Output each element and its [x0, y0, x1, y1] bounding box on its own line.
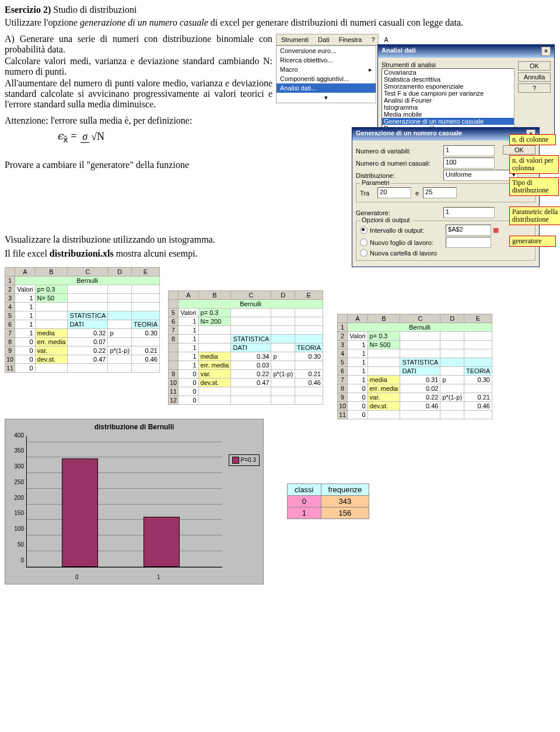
fieldset-params: Parametri Tra 20 e 25 — [356, 183, 536, 202]
analysis-title: Analisi dati — [382, 47, 416, 56]
ytick: 50 — [8, 541, 24, 548]
input-vars[interactable]: 1 — [443, 145, 495, 156]
file-outro: mostra alcuni esempi. — [114, 248, 198, 258]
analysis-label: Strumenti di analisi — [382, 61, 514, 68]
tool-covarianza[interactable]: Covarianza — [382, 69, 514, 76]
label-gen: Generatore: — [356, 209, 443, 216]
menu-a[interactable]: A — [381, 36, 392, 44]
tool-media-mobile[interactable]: Media mobile — [382, 111, 514, 118]
xtick-0: 0 — [75, 574, 79, 580]
freq-r1c2: 343 — [321, 496, 369, 507]
ytick: 100 — [8, 526, 24, 532]
menu-more-icon[interactable]: ▾ — [276, 93, 376, 103]
ytick: 350 — [8, 447, 24, 454]
callout-valori: n. di valori per colonna — [509, 155, 559, 174]
label-vars: Numero di variabili: — [356, 148, 443, 155]
analysis-listbox[interactable]: Covarianza Statistica descrittiva Smorza… — [382, 68, 514, 134]
legend-params: Parametri — [360, 179, 391, 186]
excel-snippet-200: ABCDE Bernulli 5Valorip= 0.3 61N= 200 71… — [168, 290, 323, 405]
label-cartella: Nuova cartella di lavoro — [370, 250, 437, 257]
exercise-title: Esercizio 2) — [5, 5, 51, 15]
radio-cartella[interactable] — [360, 249, 368, 257]
close-icon[interactable]: × — [541, 47, 551, 56]
gen-ok-button[interactable]: OK — [503, 145, 536, 155]
input-tra[interactable]: 20 — [377, 187, 411, 198]
cancel-button[interactable]: Annulla — [518, 72, 551, 82]
ytick: 300 — [8, 463, 24, 470]
menu-finestra[interactable]: Finestra — [335, 36, 366, 44]
input-foglio[interactable] — [446, 237, 491, 248]
menu-strumenti[interactable]: Strumenti — [278, 36, 312, 44]
help-button[interactable]: ? — [518, 83, 551, 93]
tool-testf[interactable]: Test F a due campioni per varianze — [382, 90, 514, 97]
tool-istogramma[interactable]: Istogramma — [382, 104, 514, 111]
callout-tipo: Tipo di distribuzione — [509, 177, 559, 196]
menu-item-analisi[interactable]: Analisi dati... — [276, 83, 376, 93]
input-gen[interactable]: 1 — [443, 207, 495, 218]
label-e: e — [411, 190, 423, 197]
label-intervallo: Intervallo di output: — [370, 227, 446, 234]
input-out[interactable]: $A$2 — [446, 225, 491, 236]
formula: ϵx̄ = σ√N — [57, 129, 272, 145]
freq-r2c1: 1 — [288, 507, 321, 519]
frequency-table: classifrequenze 0343 1156 — [287, 484, 369, 519]
tool-statistica[interactable]: Statistica descrittiva — [382, 76, 514, 83]
excel-snippet-50: ABCDE 1Bernulli 2Valorip= 0.3 31N= 50 41… — [5, 267, 160, 373]
radio-foglio[interactable] — [360, 239, 368, 246]
intro-a: Utilizzare l'opzione — [5, 17, 80, 27]
menu-item-componenti[interactable]: Componenti aggiuntivi... — [276, 74, 376, 83]
excel-snippet-500: ABCDE 1Bernulli 2Valorip= 0.3 31N= 500 4… — [337, 314, 492, 419]
ytick: 250 — [8, 479, 24, 485]
intro-b: di excel per generare distribuzioni di n… — [208, 17, 463, 27]
callout-colonne: n. di colonne — [509, 134, 556, 145]
tools-dropdown: Conversione euro... Ricerca obiettivo...… — [276, 45, 376, 103]
legend-output: Opzioni di output — [360, 216, 412, 223]
ytick: 200 — [8, 495, 24, 501]
label-nums: Numero di numeri casuali: — [356, 160, 443, 167]
menu-dati[interactable]: Dati — [314, 36, 333, 44]
intro-option: generazione di un numero casuale — [80, 17, 208, 27]
analysis-dialog: Analisi dati× Strumenti di analisi Covar… — [377, 44, 555, 138]
freq-r1c1: 0 — [288, 496, 321, 507]
freq-header-freq: frequenze — [321, 484, 369, 496]
ok-button[interactable]: OK — [518, 61, 551, 71]
label-tra: Tra — [360, 190, 377, 197]
fieldset-output: Opzioni di output Intervallo di output:$… — [356, 220, 536, 261]
tool-smorz[interactable]: Smorzamento esponenziale — [382, 83, 514, 90]
input-nums[interactable]: 100 — [443, 157, 495, 169]
ytick: 150 — [8, 510, 24, 516]
tool-generazione[interactable]: Generazione di un numero casuale — [382, 118, 514, 125]
file-name: distribuzioni.xls — [50, 248, 114, 258]
paragraph-calc: Calcolare valori medi, varianza e deviaz… — [5, 56, 272, 77]
callout-gen: generatore — [509, 236, 556, 247]
tool-fourier[interactable]: Analisi di Fourier — [382, 97, 514, 104]
select-dist[interactable]: Uniforme▾ — [443, 170, 518, 181]
label-dist: Distribuzione: — [356, 172, 443, 179]
chart-bar — [62, 458, 98, 567]
xtick-1: 1 — [157, 574, 160, 580]
input-e[interactable]: 25 — [423, 187, 457, 198]
chart-legend: P=0.3 — [229, 454, 260, 466]
paragraph-a: A) Generare una serie di numeri con dist… — [5, 34, 272, 55]
exercise-subtitle: Studio di distribuzioni — [51, 5, 136, 15]
freq-header-classi: classi — [288, 484, 321, 496]
gen-title: Generazione di un numero casuale — [356, 129, 462, 139]
file-intro: Il file excel — [5, 248, 50, 258]
bernoulli-chart: distribuzione di Bernulli P=0.3 05010015… — [5, 419, 264, 584]
ytick: 0 — [8, 557, 24, 563]
chart-title: distribuzione di Bernulli — [9, 423, 260, 431]
menu-help[interactable]: ? — [368, 36, 378, 44]
chart-bar — [144, 517, 180, 566]
ytick: 400 — [8, 432, 24, 439]
paragraph-change-gen: Provare a cambiare il "generatore" della… — [5, 160, 272, 170]
menu-item-ricerca[interactable]: Ricerca obiettivo... — [276, 55, 376, 65]
range-picker-icon[interactable]: ▦ — [493, 226, 499, 234]
callout-params: Parametric della distribuzione — [509, 206, 560, 225]
menu-item-euro[interactable]: Conversione euro... — [276, 46, 376, 55]
paragraph-behavior: All'aumentare del numero di punti valore… — [5, 78, 272, 110]
label-foglio: Nuovo foglio di lavoro: — [370, 239, 446, 246]
excel-menubar: Strumenti Dati Finestra ? A — [276, 34, 379, 45]
paragraph-attention: Attenzione: l'errore sulla media è, per … — [5, 115, 272, 126]
radio-intervallo[interactable] — [360, 226, 368, 234]
menu-item-macro[interactable]: Macro▸ — [276, 65, 376, 74]
